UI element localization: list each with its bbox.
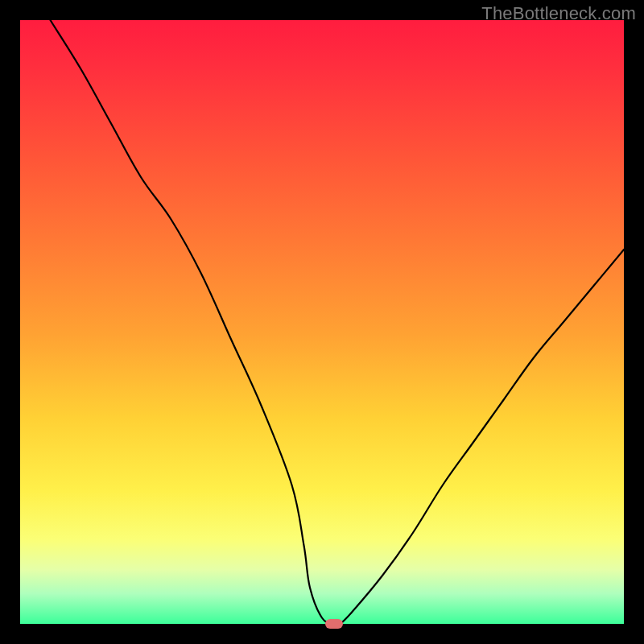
watermark-text: TheBottleneck.com	[481, 3, 636, 24]
plot-area	[20, 20, 624, 624]
optimal-point-marker	[325, 619, 343, 629]
bottleneck-curve	[20, 20, 624, 624]
chart-frame: TheBottleneck.com	[0, 0, 644, 644]
